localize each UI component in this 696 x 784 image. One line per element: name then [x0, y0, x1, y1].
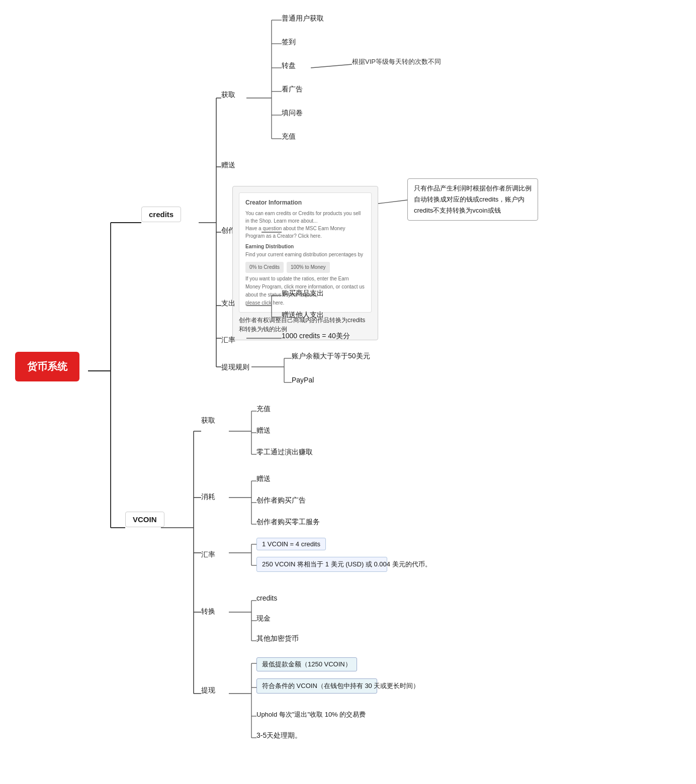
credits-signin: 签到 [282, 38, 296, 47]
vcoin-consume-node: 消耗 [201, 493, 215, 502]
credits-spend-node: 支出 [221, 299, 235, 308]
credits-withdraw-paypal: PayPal [292, 376, 314, 384]
vcoin-consume-buy-ads: 创作者购买广告 [256, 496, 306, 505]
vcoin-withdraw-processing: 3-5天处理期。 [256, 731, 302, 740]
credits-gift-others: 赠送他人支出 [282, 311, 324, 320]
vcoin-consume-gift: 赠送 [256, 474, 271, 483]
screenshot-title: Creator Information [245, 198, 365, 208]
vcoin-gift-acquire: 赠送 [256, 426, 271, 435]
vcoin-withdraw-uphold: Uphold 每次"退出"收取 10% 的交易费 [256, 710, 366, 720]
screenshot-line2: Have a question about the MSC Earn Money… [245, 225, 365, 240]
svg-line-17 [311, 64, 352, 68]
credits-withdraw-min: 账户余额大于等于50美元 [292, 352, 370, 361]
svg-line-22 [378, 200, 407, 204]
credits-fill-survey: 填问卷 [282, 109, 303, 118]
credits-buy-goods: 购买商品支出 [282, 289, 324, 298]
screenshot-earning-note: Find your current earning distribution p… [245, 251, 365, 259]
vcoin-recharge: 充值 [256, 405, 271, 414]
screenshot-line1: You can earn credits or Credits for prod… [245, 210, 365, 225]
credits-exchange-rate-value: 1000 credits = 40美分 [282, 332, 350, 341]
vcoin-rate2: 250 VCOIN 将相当于 1 美元 (USD) 或 0.004 美元的代币。 [256, 557, 387, 572]
vcoin-rate1: 1 VCOIN = 4 credits [256, 538, 326, 550]
vcoin-convert-cash: 现金 [256, 614, 271, 623]
screenshot-note3: please click here. [245, 299, 365, 307]
credits-watch-ads: 看广告 [282, 85, 303, 94]
credits-withdraw-node: 提现规则 [221, 363, 249, 372]
credits-acquire-node: 获取 [221, 90, 235, 100]
vcoin-convert-crypto: 其他加密货币 [256, 634, 299, 643]
vcoin-node: VCOIN [125, 512, 164, 527]
creator-callout: 只有作品产生利润时根据创作者所调比例自动转换成对应的钱或credits，账户内c… [407, 178, 538, 221]
vcoin-withdraw-eligible: 符合条件的 VCOIN（在钱包中持有 30 天或更长时间） [256, 678, 377, 694]
vcoin-convert-credits: credits [256, 594, 277, 602]
credits-spin-note: 根据VIP等级每天转的次数不同 [352, 57, 441, 66]
root-node: 货币系统 [15, 352, 79, 381]
vcoin-convert-node: 转换 [201, 607, 215, 616]
credits-normal-users: 普通用户获取 [282, 14, 324, 23]
credits-spin: 转盘 [282, 61, 296, 70]
vcoin-performer: 零工通过演出赚取 [256, 448, 313, 457]
root-label: 货币系统 [27, 361, 67, 372]
credits-exchange-rate-node: 汇率 [221, 336, 235, 345]
credits-recharge: 充值 [282, 132, 296, 141]
vcoin-withdraw-min: 最低提款金额（1250 VCOIN） [256, 657, 357, 671]
vcoin-consume-buy-service: 创作者购买零工服务 [256, 518, 320, 527]
vcoin-withdraw-node: 提现 [201, 686, 215, 695]
vcoin-acquire-node: 获取 [201, 416, 215, 425]
screenshot-btn1: 0% to Credits [245, 262, 284, 273]
credits-gift: 赠送 [221, 161, 235, 170]
screenshot-earning-label: Earning Distribution [245, 243, 365, 251]
credits-node: credits [141, 207, 181, 222]
screenshot-btn2: 100% to Money [287, 262, 330, 273]
vcoin-exchange-node: 汇率 [201, 550, 215, 559]
